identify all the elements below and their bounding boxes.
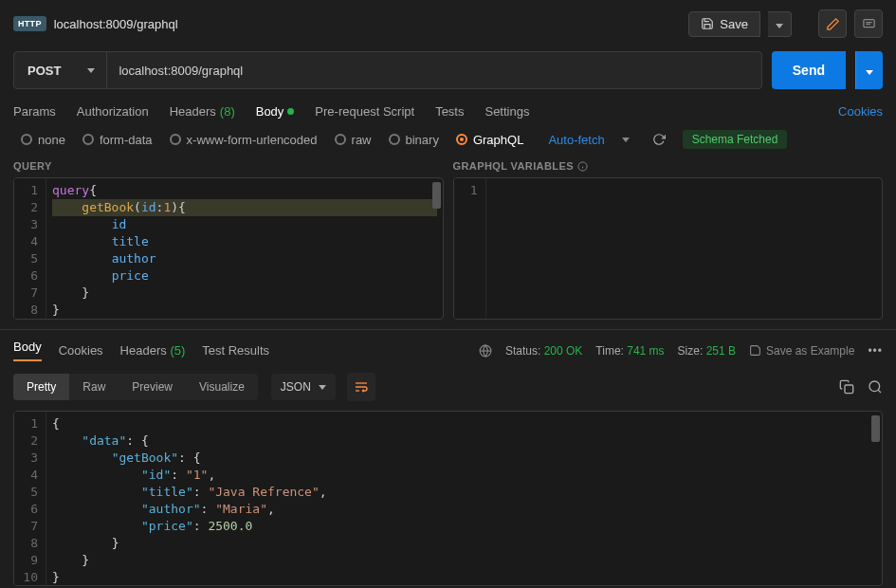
resp-tab-body[interactable]: Body (13, 340, 42, 361)
save-icon (749, 344, 761, 357)
url-input[interactable] (107, 52, 760, 88)
autofetch-toggle[interactable]: Auto-fetch (540, 133, 604, 147)
save-label: Save (720, 17, 748, 31)
pencil-icon (826, 17, 840, 31)
chevron-down-icon (866, 70, 873, 75)
save-dropdown[interactable] (768, 11, 792, 37)
tab-body[interactable]: Body (256, 104, 295, 119)
scrollbar[interactable] (432, 182, 441, 209)
svg-point-11 (869, 381, 880, 392)
headers-count: (8) (220, 104, 235, 119)
resp-headers-count: (5) (170, 343, 185, 358)
radio-form-data[interactable]: form-data (82, 133, 153, 147)
comment-button[interactable] (854, 9, 883, 38)
schema-status-badge: Schema Fetched (683, 130, 788, 149)
query-header: QUERY (13, 158, 444, 177)
status-value: 200 OK (544, 344, 583, 358)
save-icon (701, 17, 714, 30)
chevron-down-icon (776, 24, 783, 28)
cookies-link[interactable]: Cookies (838, 104, 883, 119)
radio-xwww[interactable]: x-www-form-urlencoded (170, 133, 318, 147)
tab-settings[interactable]: Settings (485, 104, 529, 119)
size-label: Size: (678, 344, 704, 358)
tab-authorization[interactable]: Authorization (77, 104, 149, 119)
variables-code[interactable] (486, 178, 883, 319)
view-preview[interactable]: Preview (119, 374, 186, 400)
send-button[interactable]: Send (772, 51, 846, 89)
query-code[interactable]: query{ getBook(id:1){ id title author pr… (46, 178, 443, 319)
refresh-icon[interactable] (652, 133, 666, 146)
variables-gutter: 1 (454, 178, 486, 319)
tab-headers[interactable]: Headers (8) (170, 104, 235, 119)
info-icon (577, 161, 588, 172)
variables-editor[interactable]: 1 (453, 177, 884, 320)
tab-params[interactable]: Params (13, 104, 56, 119)
body-label: Body (256, 104, 284, 119)
globe-icon[interactable] (479, 344, 492, 358)
tab-prerequest[interactable]: Pre-request Script (315, 104, 414, 119)
svg-rect-10 (845, 385, 853, 394)
http-badge: HTTP (13, 16, 46, 31)
view-visualize[interactable]: Visualize (186, 374, 258, 400)
request-bar: POST (13, 51, 762, 89)
status-label: Status: (505, 344, 540, 358)
time-label: Time: (595, 344, 624, 358)
time-value: 741 ms (627, 344, 664, 358)
more-menu[interactable]: ••• (868, 344, 883, 358)
response-type-select[interactable]: JSON (271, 374, 336, 400)
search-icon[interactable] (868, 379, 883, 395)
svg-rect-0 (863, 19, 873, 27)
edit-button[interactable] (818, 9, 847, 38)
size-value: 251 B (706, 344, 736, 358)
chevron-down-icon (622, 138, 630, 142)
variables-header: GRAPHQL VARIABLES (453, 158, 884, 177)
resp-tab-cookies[interactable]: Cookies (59, 343, 103, 358)
comment-icon (862, 17, 876, 31)
send-dropdown[interactable] (855, 51, 883, 89)
chevron-down-icon (87, 68, 95, 73)
save-button[interactable]: Save (688, 11, 760, 37)
view-pretty[interactable]: Pretty (13, 374, 69, 400)
chevron-down-icon (319, 385, 326, 390)
response-editor[interactable]: 12345678910 { "data": { "getBook": { "id… (13, 411, 883, 586)
wrap-icon (354, 379, 369, 395)
query-editor[interactable]: 12345678 query{ getBook(id:1){ id title … (13, 177, 444, 320)
wrap-lines-button[interactable] (347, 373, 375, 401)
resp-tab-testresults[interactable]: Test Results (202, 343, 269, 358)
view-segment: Pretty Raw Preview Visualize (13, 374, 258, 400)
radio-binary[interactable]: binary (389, 133, 439, 147)
radio-raw[interactable]: raw (335, 133, 372, 147)
response-code[interactable]: { "data": { "getBook": { "id": "1", "tit… (46, 412, 882, 585)
method-select[interactable]: POST (14, 52, 107, 88)
copy-icon[interactable] (839, 379, 854, 395)
view-raw[interactable]: Raw (69, 374, 119, 400)
resp-tab-headers[interactable]: Headers (5) (120, 343, 186, 358)
tab-title: localhost:8009/graphql (54, 17, 682, 31)
scrollbar[interactable] (871, 415, 880, 442)
response-gutter: 12345678910 (14, 412, 46, 585)
save-as-example[interactable]: Save as Example (749, 344, 854, 358)
svg-line-12 (878, 390, 881, 393)
query-gutter: 12345678 (14, 178, 46, 319)
headers-label: Headers (170, 104, 216, 119)
dot-indicator (287, 108, 294, 115)
tab-tests[interactable]: Tests (435, 104, 464, 119)
method-label: POST (27, 64, 61, 78)
radio-graphql[interactable]: GraphQL (456, 133, 523, 147)
radio-none[interactable]: none (21, 133, 65, 147)
